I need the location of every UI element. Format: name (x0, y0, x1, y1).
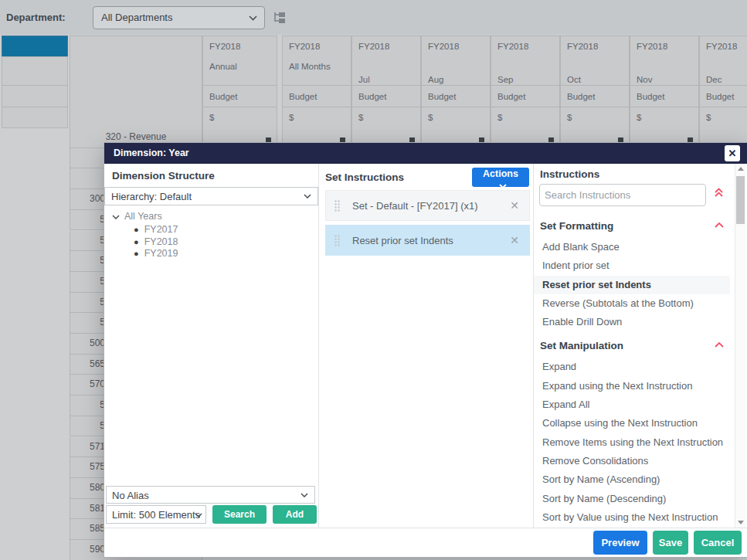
preview-button[interactable]: Preview (593, 531, 647, 555)
grid-stub-cell (2, 85, 68, 107)
clipped-cell-value (409, 137, 415, 142)
instruction-item[interactable]: Reset prior set Indents (534, 276, 730, 294)
set-instructions-panel: Set Instructions Actions Set - Default -… (319, 164, 534, 528)
chevron-down-icon (249, 15, 257, 21)
tree-item-label: FY2017 (144, 224, 178, 235)
column-measure-cell: Budget (282, 85, 351, 107)
row-label: 590 (70, 540, 105, 559)
bullet-icon: ● (134, 225, 139, 234)
remove-instruction-button[interactable]: ✕ (510, 199, 519, 212)
tree-item-label: FY2018 (144, 236, 178, 247)
actions-button[interactable]: Actions (472, 168, 529, 187)
tree-root-label: All Years (124, 211, 162, 222)
instruction-item[interactable]: Add Blank Space (534, 238, 730, 256)
drag-handle-icon[interactable] (334, 234, 341, 248)
instruction-item[interactable]: Expand (534, 358, 730, 376)
chevron-up-icon[interactable] (715, 222, 724, 228)
row-label: 571 (70, 437, 105, 456)
column-period-cell: Jul (351, 56, 421, 86)
column-period-cell: Aug (421, 56, 491, 86)
column-period-cell: Annual (202, 56, 277, 86)
scroll-up-button[interactable] (738, 167, 744, 171)
tree-item[interactable]: ●FY2017 (112, 224, 317, 236)
department-select[interactable]: All Departments (93, 6, 265, 29)
tree-item[interactable]: ●FY2018 (112, 236, 317, 249)
instruction-item[interactable]: Remove Items using the Next Instruction (534, 433, 730, 452)
row-label: 565 (70, 355, 105, 374)
drag-handle-icon[interactable] (334, 199, 341, 213)
column-year-cell: FY2018 (351, 36, 421, 57)
bullet-icon: ● (134, 237, 139, 246)
row-label: 580 (70, 478, 105, 497)
set-instruction-label: Set - Default - [FY2017] (x1) (352, 200, 478, 212)
row-label: 500 (70, 334, 105, 353)
bullet-icon: ● (134, 249, 139, 258)
instruction-item[interactable]: Reverse (Subtotals at the Bottom) (534, 294, 730, 313)
set-instructions-heading: Set Instructions (325, 171, 404, 183)
tree-node-all-years[interactable]: All Years (112, 211, 317, 224)
row-label: 5 (70, 251, 105, 270)
limit-select-value: Limit: 500 Elements (112, 509, 200, 521)
instruction-item[interactable]: Sort by Name (Descending) (534, 490, 730, 508)
add-button[interactable]: Add (273, 505, 317, 524)
cancel-button[interactable]: Cancel (694, 531, 742, 555)
set-instruction-item[interactable]: Reset prior set Indents✕ (325, 225, 530, 256)
remove-instruction-button[interactable]: ✕ (510, 234, 519, 246)
chevron-up-icon[interactable] (715, 342, 724, 348)
department-label: Department: (6, 12, 66, 23)
column-currency-cell: $ (491, 107, 560, 128)
column-currency-cell: $ (282, 107, 351, 128)
hierarchy-view-icon[interactable] (272, 11, 286, 25)
instructions-heading: Instructions (540, 168, 599, 180)
scroll-down-button[interactable] (738, 521, 744, 524)
chevron-down-icon[interactable] (112, 215, 120, 219)
clipped-cell-value (479, 137, 484, 142)
row-label: 300 (70, 189, 105, 209)
instruction-item[interactable]: Expand All (534, 395, 730, 414)
instruction-section-header[interactable]: Set Manipulation (534, 334, 735, 358)
clipped-cell-value (266, 137, 271, 142)
scrollbar-track[interactable] (735, 164, 745, 528)
row-label: 5 (70, 210, 105, 229)
column-period-cell: Sep (491, 56, 560, 86)
clipped-cell-value (548, 137, 554, 142)
instruction-item[interactable]: Sort by Value using the Next Instruction (534, 508, 730, 527)
modal-header: Dimension: Year ✕ (104, 143, 747, 164)
instruction-section-title: Set Formatting (540, 220, 613, 232)
set-instruction-item[interactable]: Set - Default - [FY2017] (x1)✕ (325, 190, 530, 221)
alias-select[interactable]: No Alias (106, 486, 315, 504)
column-year-cell: FY2018 (421, 36, 491, 57)
chevron-down-icon (195, 513, 202, 518)
instruction-item[interactable]: Collapse using the Next Instruction (534, 414, 730, 433)
tree-item[interactable]: ●FY2019 (112, 248, 317, 260)
column-year-cell: FY2018 (560, 36, 630, 57)
save-button[interactable]: Save (653, 531, 688, 555)
column-currency-cell: $ (630, 107, 699, 128)
instruction-item[interactable]: Remove Consolidations (534, 452, 730, 470)
collapse-all-icon[interactable] (714, 187, 724, 198)
column-currency-cell: $ (351, 107, 421, 128)
column-year-cell: FY2018 (282, 36, 351, 57)
modal-body: Dimension Structure Hierarchy: Default A… (104, 164, 747, 528)
column-currency-cell: $ (202, 107, 277, 128)
limit-select[interactable]: Limit: 500 Elements (106, 505, 206, 524)
row-label: 5 (70, 231, 105, 250)
column-currency-cell: $ (421, 107, 491, 128)
instruction-item[interactable]: Indent prior set (534, 256, 730, 275)
row-label: 570 (70, 375, 105, 394)
hierarchy-select[interactable]: Hierarchy: Default (104, 187, 318, 205)
instructions-panel: Instructions Set FormattingAdd Blank Spa… (534, 164, 735, 528)
row-label: 575 (70, 457, 105, 477)
search-button[interactable]: Search (212, 505, 267, 524)
scrollbar-thumb[interactable] (736, 176, 745, 224)
instruction-section-header[interactable]: Set Formatting (534, 215, 735, 238)
hierarchy-select-value: Hierarchy: Default (111, 191, 192, 202)
tree-item-label: FY2019 (144, 248, 178, 259)
instruction-item[interactable]: Expand using the Next Instruction (534, 377, 730, 395)
selected-grid-cell (2, 36, 68, 57)
search-instructions-input[interactable] (539, 184, 706, 206)
dimension-structure-panel: Dimension Structure Hierarchy: Default A… (104, 164, 319, 528)
instruction-item[interactable]: Sort by Name (Ascending) (534, 470, 730, 489)
instruction-item[interactable]: Enable Drill Down (534, 313, 730, 331)
modal-close-button[interactable]: ✕ (725, 145, 740, 161)
